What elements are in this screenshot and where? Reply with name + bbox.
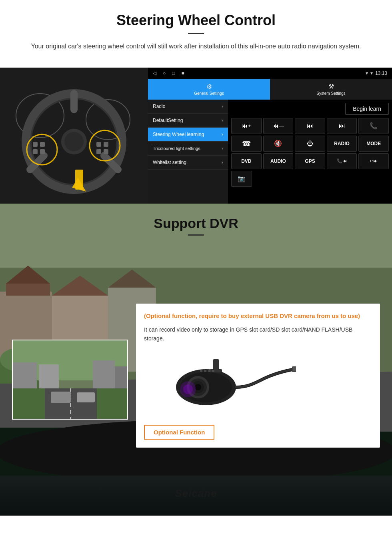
dvr-thumbnail <box>12 340 128 420</box>
svg-rect-25 <box>6 284 50 296</box>
controls-panel: Begin learn ⏮+ ⏮— ⏮ ⏭ 📞 ☎ 🔇 ⏻ RADIO MODE <box>228 100 392 204</box>
mode-button[interactable]: MODE <box>358 136 389 152</box>
controls-row-4: 📷 <box>231 171 389 187</box>
svg-rect-70 <box>204 370 206 372</box>
android-content: Radio › DefaultSetting › Steering Wheel … <box>148 100 392 204</box>
dvr-content-area: (Optional function, require to buy exter… <box>0 328 392 472</box>
svg-rect-51 <box>77 392 95 402</box>
home-icon: ○ <box>163 70 166 76</box>
svg-rect-21 <box>75 170 83 190</box>
menu-item-tricoloured[interactable]: Tricoloured light settings › <box>148 142 228 156</box>
chevron-icon: › <box>222 160 223 165</box>
statusbar: ◁ ○ □ ■ ▾ ▾ 13:13 <box>148 68 392 79</box>
tab-system-settings[interactable]: ⚒ System Settings <box>270 79 392 100</box>
svg-rect-14 <box>33 149 38 154</box>
menu-item-whitelist[interactable]: Whitelist setting › <box>148 156 228 170</box>
steering-description: Your original car's steering wheel contr… <box>24 41 368 52</box>
back-icon: ◁ <box>153 70 156 76</box>
audio-button[interactable]: AUDIO <box>263 153 294 169</box>
chevron-icon: › <box>222 104 223 109</box>
dvr-camera-image <box>144 347 372 419</box>
vol-down-button[interactable]: ⏮— <box>263 118 294 134</box>
svg-rect-55 <box>93 360 115 388</box>
steering-section: Steering Wheel Control Your original car… <box>0 0 392 68</box>
steering-photo <box>0 68 148 204</box>
controls-row-3: DVD AUDIO GPS 📞⏮ ↩⏭ <box>231 153 389 169</box>
dvr-description: It can record video only to storage in G… <box>144 325 372 343</box>
steering-title: Steering Wheel Control <box>16 12 376 29</box>
optional-function-button[interactable]: Optional Function <box>144 425 214 440</box>
signal-icon: ▾ <box>366 70 368 76</box>
svg-rect-16 <box>96 142 101 147</box>
dvr-info-card: (Optional function, require to buy exter… <box>136 304 380 448</box>
time-display: 13:13 <box>375 70 387 76</box>
dvd-button[interactable]: DVD <box>231 153 262 169</box>
gps-button[interactable]: GPS <box>295 153 325 169</box>
begin-learn-button[interactable]: Begin learn <box>345 103 389 115</box>
status-right: ▾ ▾ 13:13 <box>366 70 387 76</box>
android-tabs: ⚙ General Settings ⚒ System Settings <box>148 79 392 100</box>
chevron-icon: › <box>222 118 223 123</box>
hangup-button[interactable]: ☎ <box>231 136 262 152</box>
svg-rect-12 <box>33 142 38 147</box>
vol-up-button[interactable]: ⏮+ <box>231 118 262 134</box>
steering-image-block: ◁ ○ □ ■ ▾ ▾ 13:13 ⚙ General Settings ⚒ S… <box>0 68 392 204</box>
menu-item-radio[interactable]: Radio › <box>148 100 228 114</box>
menu-icon: ■ <box>182 70 184 76</box>
chevron-icon: › <box>222 146 223 151</box>
power-button[interactable]: ⏻ <box>295 136 325 152</box>
svg-rect-18 <box>96 149 101 154</box>
dvr-section-header: Support DVR <box>0 204 392 240</box>
prev-button[interactable]: ⏮ <box>295 118 325 134</box>
android-panel: ◁ ○ □ ■ ▾ ▾ 13:13 ⚙ General Settings ⚒ S… <box>148 68 392 204</box>
seicane-watermark: Seicane <box>175 487 217 500</box>
controls-row-1: ⏮+ ⏮— ⏮ ⏭ 📞 <box>231 118 389 134</box>
steering-divider <box>188 33 204 34</box>
wrench-icon: ⚒ <box>328 83 334 90</box>
svg-rect-19 <box>104 149 108 154</box>
svg-rect-72 <box>212 370 214 372</box>
optional-text: (Optional function, require to buy exter… <box>144 312 372 321</box>
recents-icon: □ <box>172 70 175 76</box>
svg-point-9 <box>64 132 84 151</box>
nav-icons: ◁ ○ □ ■ <box>153 70 184 76</box>
return-next-button[interactable]: ↩⏭ <box>358 153 389 169</box>
menu-item-default[interactable]: DefaultSetting › <box>148 114 228 128</box>
svg-rect-71 <box>208 370 210 372</box>
tab-general-settings[interactable]: ⚙ General Settings <box>148 79 270 100</box>
svg-rect-64 <box>293 367 296 371</box>
mute-button[interactable]: 🔇 <box>263 136 294 152</box>
dvr-section: Support DVR <box>0 204 392 516</box>
next-button[interactable]: ⏭ <box>327 118 357 134</box>
svg-rect-66 <box>213 359 219 371</box>
svg-rect-56 <box>115 366 128 388</box>
dvr-title: Support DVR <box>0 216 392 231</box>
begin-learn-row: Begin learn <box>231 103 389 115</box>
seicane-logo: Seicane <box>175 487 217 499</box>
svg-rect-54 <box>39 364 59 388</box>
svg-rect-69 <box>200 370 202 372</box>
svg-rect-13 <box>40 142 45 147</box>
menu-item-steering-wheel[interactable]: Steering Wheel learning › <box>148 128 228 142</box>
svg-rect-53 <box>13 362 37 388</box>
phone-prev-button[interactable]: 📞⏮ <box>327 153 357 169</box>
phone-button[interactable]: 📞 <box>358 118 389 134</box>
gear-icon: ⚙ <box>206 83 212 90</box>
wifi-icon: ▾ <box>370 70 373 76</box>
camera-button[interactable]: 📷 <box>231 171 252 187</box>
svg-rect-17 <box>104 142 108 147</box>
radio-button[interactable]: RADIO <box>327 136 357 152</box>
svg-rect-15 <box>40 149 45 154</box>
chevron-icon: › <box>222 132 223 137</box>
controls-row-2: ☎ 🔇 ⏻ RADIO MODE <box>231 136 389 152</box>
svg-point-68 <box>183 384 193 394</box>
menu-list: Radio › DefaultSetting › Steering Wheel … <box>148 100 228 204</box>
svg-rect-50 <box>51 392 71 403</box>
dvr-divider <box>188 234 204 236</box>
